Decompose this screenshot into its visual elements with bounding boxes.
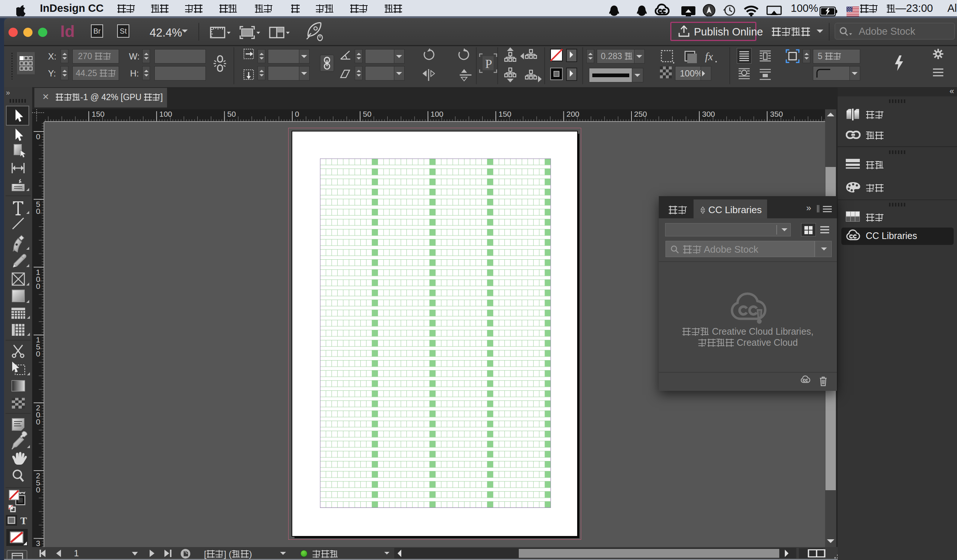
svg-text:1: 1 [74, 549, 79, 558]
svg-text:fx: fx [705, 50, 713, 62]
svg-text:T: T [21, 515, 27, 526]
svg-text:P: P [485, 57, 492, 71]
